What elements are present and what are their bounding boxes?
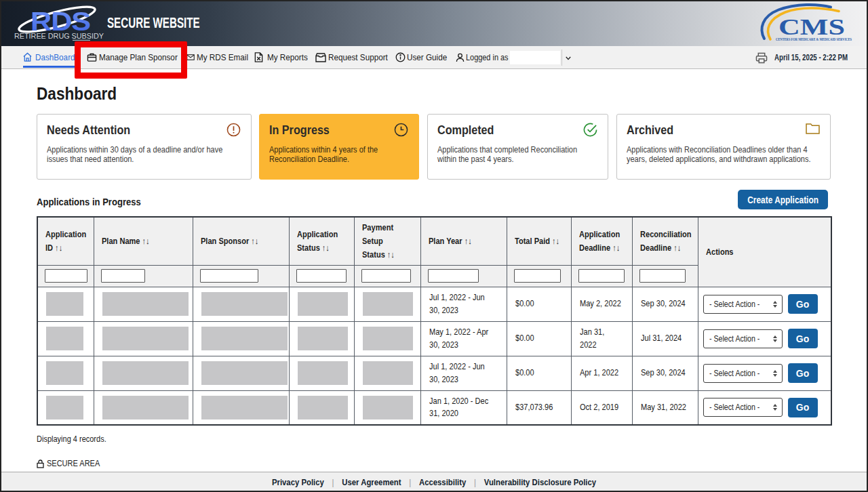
svg-text:CENTERS FOR MEDICARE & MEDICAI: CENTERS FOR MEDICARE & MEDICAID SERVICES — [776, 37, 852, 41]
svg-text:RETIREE DRUG SUBSIDY: RETIREE DRUG SUBSIDY — [14, 33, 104, 40]
svg-text:CMS: CMS — [778, 15, 845, 39]
svg-text:RDS: RDS — [31, 7, 90, 36]
